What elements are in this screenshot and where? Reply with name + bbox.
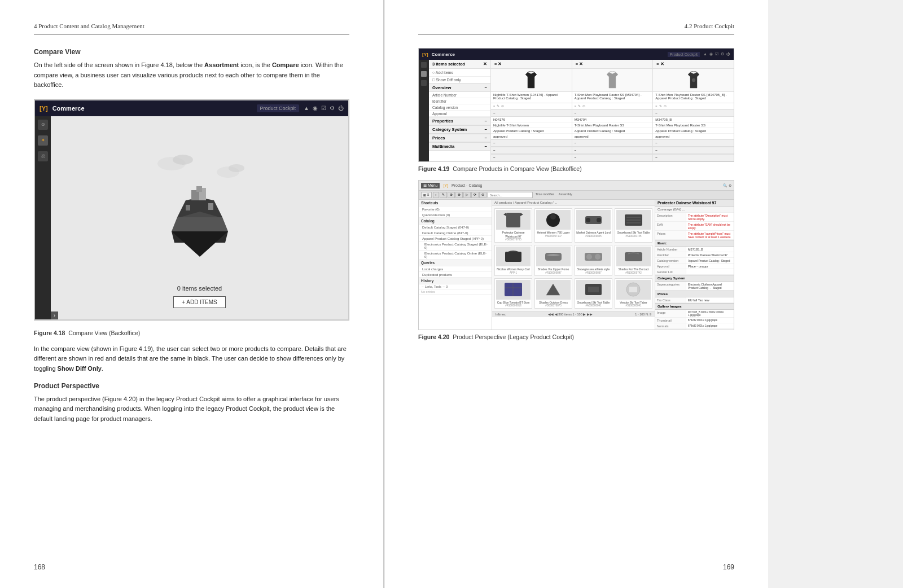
default-staged-item[interactable]: Default Catalog Staged (047-0) [419, 225, 492, 230]
left-page: 4 Product Content and Catalog Management… [0, 0, 384, 588]
artnum-label: Article Number [655, 247, 686, 252]
col1-prices: − [491, 154, 572, 161]
legacy-btn-6[interactable]: ⟳ [471, 192, 479, 198]
col2-actions: ≡✎⊙ [572, 103, 653, 109]
legacy-btn-2[interactable]: ✎ [440, 192, 447, 198]
product1-image [491, 69, 572, 92]
mock-app-body: ⊙ ✦ ⚖ [35, 116, 348, 319]
legacy-btn-1[interactable]: + [433, 192, 439, 198]
prices-section: Prices − [429, 134, 490, 142]
compare-sidebar-icon-1[interactable] [421, 62, 427, 68]
normals-label: Normals [655, 323, 686, 328]
legacy-btn-7[interactable]: ⊖ [479, 192, 486, 198]
legacy-btn-5[interactable]: ▷ [463, 192, 471, 198]
figure-4-20: ☰ Menu [Y] Product - Catalog 🔍 ⚙ ⊞ ≡ + [418, 180, 734, 330]
legacy-product-12[interactable]: Vendor Ski Tool Taber #S100000041 [615, 278, 652, 309]
mock-cockpit-button[interactable]: Product Cockpit [257, 104, 300, 112]
electronics-item[interactable]: Electronics Product Catalog Staged (ELE-… [419, 242, 492, 251]
others-value: 878101-103395.jpg 1.jpg/grape [686, 329, 734, 330]
figure-18-caption-bold: Figure 4.18 [34, 330, 65, 336]
col3-actions: ≡✎⊙ [653, 103, 734, 109]
compare-brand: Commerce [432, 52, 664, 57]
product-thumb-5 [496, 247, 531, 266]
supercategory-value: Electronic Clothes+Apparel Product Catal… [686, 282, 734, 290]
image-value: M37185_B 0001v 2000x 2000m 1.jpg/grape [686, 310, 734, 317]
legacy-product-6[interactable]: Shades Via Zipper Porno #R100000897 [534, 245, 572, 276]
compare-sidebar-icon-3[interactable] [421, 80, 427, 86]
product-thumb-8 [616, 247, 651, 266]
history-entry-1[interactable]: → Links, Tools → 0 [419, 284, 492, 289]
svg-point-25 [586, 254, 592, 260]
legacy-product-7[interactable]: Snowglasses athlete style #R100000867 [575, 245, 612, 276]
add-items-button[interactable]: + ADD ITEMS [173, 296, 226, 308]
legacy-product-10[interactable]: Shades Outdoor Dress #D000070075 [534, 278, 572, 309]
product-thumb-2 [536, 210, 571, 230]
mock-header-icons: ▲ ◉ ☑ ⚙ ⏻ [304, 105, 344, 111]
thumbnail-value: 874x82 0001v 2.jpg/grape [686, 318, 734, 323]
artnum-value: M37185_B [686, 247, 734, 252]
figure-4-18: [Y] Commerce Product Cockpit ▲ ◉ ☑ ⚙ ⏻ ⊙… [34, 99, 349, 321]
compare-notifications-icon: ◉ [709, 52, 713, 56]
legacy-product-3[interactable]: Market Dainese Agent Lord #R100000845 [575, 208, 612, 243]
prices-value: The attribute "samplePrices" must have c… [686, 231, 734, 239]
favorites-item[interactable]: Favorite (0) [419, 207, 492, 212]
mock-logo: [Y] [40, 105, 48, 112]
pagination-size: 1 - 100 N: 9 [635, 313, 651, 316]
legacy-action-buttons: + ✎ ⊕ ⊗ ▷ ⟳ ⊖ [433, 192, 486, 198]
legacy-view-controls[interactable]: ⊞ ≡ [421, 192, 432, 198]
legacy-assembly-label: Assembly [557, 192, 574, 198]
compare-cockpit-button[interactable]: Product Cockpit [668, 52, 700, 57]
electronics-online-item[interactable]: Electronics Product Catalog Online (ELE-… [419, 251, 492, 260]
duplicate-item[interactable]: Duplicated products [419, 272, 492, 278]
legacy-product-11[interactable]: Snowboard Ski Tool Table #A000000841 [575, 278, 612, 309]
legacy-product-9[interactable]: Cap Blue Tomato BT Bom #R100000813 [494, 278, 532, 309]
apparel-item[interactable]: Apparel Product Catalog Staged (APP-0) [419, 236, 492, 242]
compare-body: 3 items selected ✕ ○ Add items □ Show Di… [419, 60, 734, 161]
shortcuts-section: Shortcuts [419, 200, 492, 207]
catalog-version-row: Catalog version [429, 104, 490, 111]
svg-marker-7 [172, 217, 228, 231]
product-1-label: Protector Dainese Waistcoat 97 [496, 231, 531, 238]
legacy-product-8[interactable]: Shades For The Dorcaci #R100000742 [615, 245, 652, 276]
page-header-left: 4 Product Content and Catalog Management [34, 23, 349, 34]
svg-point-1 [173, 155, 193, 165]
compare-sidebar-icon-2[interactable] [421, 71, 427, 77]
nav-arrow[interactable]: › [51, 311, 58, 319]
power-icon: ⏻ [338, 105, 344, 111]
page-header-right: 4.2 Product Cockpit [418, 23, 734, 34]
col1-article-num: N04176 [491, 117, 572, 122]
local-charges-item[interactable]: Local charges [419, 266, 492, 272]
legacy-btn-4[interactable]: ⊗ [455, 192, 463, 198]
others-label: Others [655, 329, 686, 330]
legacy-btn-3[interactable]: ⊕ [448, 192, 455, 198]
sidebar-icon-1[interactable]: ⊙ [38, 120, 48, 130]
quickcollection-item[interactable]: Quickcollection (0) [419, 212, 492, 218]
legacy-product-5[interactable]: Nicolas Women Rosy Carl APP-1 [494, 245, 532, 276]
legacy-menu-button[interactable]: ☰ Menu [421, 183, 440, 188]
add-items-row[interactable]: ○ Add items [429, 69, 490, 77]
col2-article-num: M34704 [572, 117, 653, 122]
legacy-product-1[interactable]: Protector Dainese Waistcoat 97 #D0000707… [494, 208, 532, 243]
legacy-header-controls: 🔍 ⚙ [723, 183, 731, 187]
figure-18-caption-text: Compare View (Backoffice) [68, 330, 140, 336]
legacy-settings-icon[interactable]: ⚙ [729, 183, 731, 187]
legacy-search-icon[interactable]: 🔍 [723, 183, 727, 187]
prices-section-header: Prices [655, 291, 734, 297]
col3-properties: − [653, 139, 734, 147]
show-diff-row[interactable]: □ Show Diff only [429, 77, 490, 84]
header-chapter: 4 Product Content and Catalog Management [34, 23, 144, 29]
product3-full-name: T-Shirt Men Playboard Raster SS [M34705_… [655, 93, 726, 100]
col1-header: ≡ ✕ [491, 60, 572, 69]
svg-point-17 [550, 214, 556, 220]
product2-name: T-Shirt Men Playboard Raster SS [M34704]… [572, 92, 653, 103]
legacy-product-2[interactable]: Helmet Women 780 Lazer #W000967107 [534, 208, 572, 243]
product-thumb-12 [616, 280, 651, 300]
legacy-product-4[interactable]: Snowboard Ski Tool Table #S100000745 [615, 208, 652, 243]
default-online-item[interactable]: Default Catalog Online (847-0) [419, 230, 492, 236]
sidebar-icon-3[interactable]: ⚖ [38, 151, 48, 161]
svg-rect-13 [208, 203, 213, 210]
legacy-search-input[interactable] [488, 192, 533, 198]
normals-value: 878x82 0001v 1.jpg/grape [686, 323, 734, 328]
sidebar-icon-2[interactable]: ✦ [38, 135, 48, 146]
grid-icon: ⊞ [423, 193, 426, 197]
